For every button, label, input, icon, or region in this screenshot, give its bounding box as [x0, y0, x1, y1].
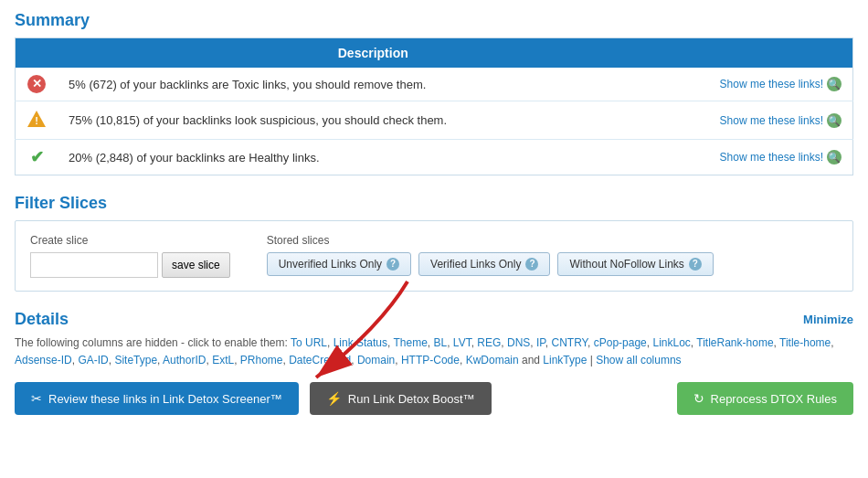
unverified-links-slice-btn[interactable]: Unverified Links Only ? [267, 252, 411, 276]
stored-slices-label: Stored slices [267, 234, 714, 247]
theme-link[interactable]: Theme [393, 336, 427, 349]
title-home-link[interactable]: Title-home [779, 336, 831, 349]
reprocess-icon: ↻ [693, 391, 704, 406]
show-suspicious-links[interactable]: Show me these links! 🔍 [720, 113, 842, 128]
buttons-container: ✂ Review these links in Link Detox Scree… [15, 382, 853, 415]
linkloc-link[interactable]: LinkLoc [652, 336, 690, 349]
suspicious-action-cell: Show me these links! 🔍 [689, 101, 853, 140]
filter-slices-box: Create slice save slice Stored slices Un… [15, 220, 853, 292]
bl-link[interactable]: BL [434, 336, 448, 349]
boost-icon: ⚡ [326, 391, 342, 406]
reg-link[interactable]: REG [477, 336, 501, 349]
help-icon-2: ? [525, 258, 538, 271]
ok-icon-cell: ✔ [16, 140, 58, 175]
details-header: Details Minimize [15, 310, 853, 329]
hidden-columns-text: The following columns are hidden - click… [15, 335, 853, 369]
summary-title: Summary [15, 11, 853, 30]
checkmark-icon: ✔ [30, 147, 44, 167]
show-healthy-label: Show me these links! [720, 151, 823, 164]
summary-description-header: Description [58, 38, 689, 69]
magnifier-icon-2: 🔍 [827, 113, 842, 128]
link-status-link[interactable]: Link Status [333, 336, 387, 349]
cntry-link[interactable]: CNTRY [552, 336, 588, 349]
show-toxic-label: Show me these links! [720, 78, 823, 90]
healthy-links-text: 20% (2,848) of your backlinks are Health… [58, 140, 689, 175]
reprocess-button[interactable]: ↻ Reprocess DTOX Rules [677, 382, 853, 415]
no-follow-links-label: Without NoFollow Links [569, 258, 683, 271]
hidden-columns-prefix: The following columns are hidden - click… [15, 336, 288, 349]
toxic-action-cell: Show me these links! 🔍 [689, 68, 853, 101]
ip-link[interactable]: IP [536, 336, 545, 349]
suspicious-links-text: 75% (10,815) of your backlinks look susp… [58, 101, 689, 140]
linktype-link[interactable]: LinkType [543, 354, 587, 366]
titlerank-link[interactable]: TitleRank-home [696, 336, 773, 349]
create-slice-label: Create slice [30, 234, 230, 247]
toxic-links-text: 5% (672) of your backlinks are Toxic lin… [58, 68, 689, 101]
help-icon-3: ? [689, 258, 702, 271]
no-follow-links-slice-btn[interactable]: Without NoFollow Links ? [557, 252, 713, 276]
reprocess-label: Reprocess DTOX Rules [711, 392, 837, 406]
summary-icon-col [16, 38, 58, 69]
svg-text:!: ! [35, 115, 38, 126]
magnifier-icon: 🔍 [827, 77, 842, 91]
screener-icon: ✂ [31, 391, 42, 406]
summary-table: Description ✕ 5% (672) of your backlinks… [15, 37, 853, 175]
show-healthy-links[interactable]: Show me these links! 🔍 [720, 150, 842, 165]
show-toxic-links[interactable]: Show me these links! 🔍 [720, 77, 842, 91]
save-slice-button[interactable]: save slice [162, 252, 230, 278]
sitetype-link[interactable]: SiteType [114, 354, 157, 366]
dns-link[interactable]: DNS [507, 336, 530, 349]
warning-icon-cell: ! [16, 101, 58, 140]
datecreated-link[interactable]: DateCreated [289, 354, 351, 366]
stored-slices-list: Unverified Links Only ? Verified Links O… [267, 252, 714, 276]
action-buttons-row: ✂ Review these links in Link Detox Scree… [15, 382, 853, 415]
show-suspicious-label: Show me these links! [720, 114, 823, 127]
boost-label: Run Link Detox Boost™ [348, 392, 475, 406]
domain-link[interactable]: Domain [357, 354, 395, 366]
authorid-link[interactable]: AuthorID [163, 354, 206, 366]
magnifier-icon-3: 🔍 [827, 150, 842, 165]
warning-icon: ! [26, 109, 47, 129]
table-row: ✕ 5% (672) of your backlinks are Toxic l… [16, 68, 853, 101]
summary-action-col [689, 38, 853, 69]
lvt-link[interactable]: LVT [453, 336, 471, 349]
extl-link[interactable]: ExtL [212, 354, 234, 366]
cpop-link[interactable]: cPop-page [594, 336, 647, 349]
details-title: Details [15, 310, 69, 329]
show-all-columns-link[interactable]: Show all columns [596, 354, 681, 366]
error-icon-cell: ✕ [16, 68, 58, 101]
kwdomain-link[interactable]: KwDomain [466, 354, 519, 366]
minimize-link[interactable]: Minimize [803, 313, 853, 326]
table-row: ✔ 20% (2,848) of your backlinks are Heal… [16, 140, 853, 175]
healthy-action-cell: Show me these links! 🔍 [689, 140, 853, 175]
boost-button[interactable]: ⚡ Run Link Detox Boost™ [310, 382, 492, 415]
adsense-link[interactable]: Adsense-ID [15, 354, 72, 366]
stored-slices-section: Stored slices Unverified Links Only ? Ve… [267, 234, 714, 276]
verified-links-label: Verified Links Only [430, 258, 521, 271]
screener-button[interactable]: ✂ Review these links in Link Detox Scree… [15, 382, 299, 415]
error-icon: ✕ [27, 75, 46, 93]
filter-slices-title: Filter Slices [15, 194, 853, 213]
screener-label: Review these links in Link Detox Screene… [48, 392, 282, 406]
to-url-link[interactable]: To URL [291, 336, 327, 349]
create-slice-input[interactable] [30, 252, 158, 278]
http-code-link[interactable]: HTTP-Code [401, 354, 460, 366]
help-icon-1: ? [386, 258, 399, 271]
ga-id-link[interactable]: GA-ID [78, 354, 108, 366]
verified-links-slice-btn[interactable]: Verified Links Only ? [418, 252, 550, 276]
table-row: ! 75% (10,815) of your backlinks look su… [16, 101, 853, 140]
unverified-links-label: Unverified Links Only [279, 258, 382, 271]
prhome-link[interactable]: PRhome [240, 354, 283, 366]
create-slice-section: Create slice save slice [30, 234, 230, 278]
